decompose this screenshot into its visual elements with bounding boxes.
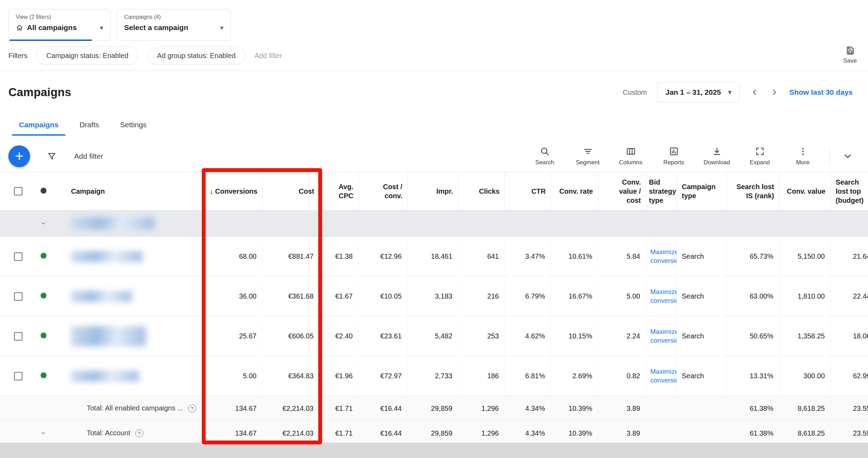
cell-campaign-type: Search xyxy=(677,277,727,316)
column-header-bid-strategy-type[interactable]: Bid strategy type xyxy=(646,172,677,210)
total-cell-impressions: 29,859 xyxy=(407,396,458,421)
toolbar-add-filter-button[interactable]: Add filter xyxy=(74,152,103,160)
filter-chip-campaign-status[interactable]: Campaign status: Enabled xyxy=(36,46,138,65)
column-header-conv-value-per-cost[interactable]: Conv. value / cost xyxy=(598,172,646,210)
row-checkbox[interactable] xyxy=(14,372,22,380)
save-button[interactable]: Save xyxy=(843,45,857,64)
column-header-cost[interactable]: Cost xyxy=(262,172,319,210)
cell-bid-strategy: Maximize conversions xyxy=(646,277,677,316)
tab-drafts[interactable]: Drafts xyxy=(69,115,109,135)
cell-cost-per-conv: €23.61 xyxy=(358,316,407,356)
enabled-status-icon[interactable] xyxy=(41,253,47,259)
cell-cost-per-conv: €72.97 xyxy=(358,356,407,396)
campaign-group-row xyxy=(0,210,868,237)
segment-button[interactable]: Segment xyxy=(566,146,609,166)
active-view-indicator xyxy=(9,40,92,41)
chevron-down-icon: ▾ xyxy=(728,88,732,96)
filter-chip-ad-group-status[interactable]: Ad group status: Enabled xyxy=(147,46,246,65)
empty-cell xyxy=(646,210,677,237)
empty-cell xyxy=(407,210,458,237)
column-header-conversions[interactable]: ↓ Conversions xyxy=(205,172,262,210)
campaign-row: 5.00€364.83€1.96€72.972,7331866.81%2.69%… xyxy=(0,356,868,396)
campaign-name-cell[interactable] xyxy=(52,277,205,316)
bid-strategy-link[interactable]: Maximize conversions xyxy=(650,367,677,385)
enabled-status-icon[interactable] xyxy=(41,372,47,378)
total-cell-search-lost-is-rank: 61.38% xyxy=(727,396,779,421)
row-checkbox[interactable] xyxy=(14,332,22,341)
cell-cost: €364.83 xyxy=(262,356,319,396)
view-selector[interactable]: View (2 filters) All campaigns ▾ xyxy=(8,9,111,41)
chevron-down-icon[interactable] xyxy=(41,428,46,438)
collapse-toolbar-chevron[interactable] xyxy=(834,151,861,162)
column-header-campaign[interactable]: Campaign xyxy=(52,172,205,210)
total-cell-cost: €2,214.03 xyxy=(262,396,319,421)
chevron-down-icon[interactable] xyxy=(41,218,46,229)
total-cell-avg-cpc: €1.71 xyxy=(319,421,358,443)
cell-conv-value: 1,358.25 xyxy=(779,316,831,356)
total-cell-ctr: 4.34% xyxy=(505,421,551,443)
column-header-impressions[interactable]: Impr. xyxy=(407,172,458,210)
cell-avg-cpc: €2.40 xyxy=(319,316,358,356)
total-cell-clicks: 1,296 xyxy=(458,421,505,443)
toolbar-divider xyxy=(829,148,830,164)
total-cell-bid-strategy xyxy=(646,421,677,443)
next-period-button[interactable] xyxy=(770,88,779,97)
page-title: Campaigns xyxy=(8,86,71,99)
column-header-search-lost-is-rank[interactable]: Search lost IS (rank) xyxy=(727,172,779,210)
bid-strategy-link[interactable]: Maximize conversions xyxy=(650,328,677,345)
status-filter-icon[interactable] xyxy=(41,188,47,194)
download-button[interactable]: Download xyxy=(695,146,738,166)
enabled-status-icon[interactable] xyxy=(41,293,47,299)
column-header-avg-cpc[interactable]: Avg. CPC xyxy=(319,172,358,210)
row-checkbox[interactable] xyxy=(14,292,22,301)
filter-icon[interactable] xyxy=(47,151,57,161)
campaign-selector[interactable]: Campaigns (4) Select a campaign ▾ xyxy=(117,9,231,41)
campaign-name-cell[interactable] xyxy=(52,316,205,356)
date-mode-label: Custom xyxy=(623,88,647,96)
search-button[interactable]: Search xyxy=(523,146,566,166)
total-enabled-row: Total: All enabled campaigns ...?134.67€… xyxy=(0,396,868,421)
help-icon[interactable]: ? xyxy=(188,405,196,413)
tab-campaigns[interactable]: Campaigns xyxy=(8,115,69,135)
date-range-selector[interactable]: Jan 1 – 31, 2025 ▾ xyxy=(657,82,740,102)
bid-strategy-link[interactable]: Maximize conversions xyxy=(650,248,677,265)
previous-period-button[interactable] xyxy=(750,88,759,97)
columns-button[interactable]: Columns xyxy=(609,146,652,166)
campaign-name-cell[interactable] xyxy=(52,237,205,277)
cell-campaign-type: Search xyxy=(677,316,727,356)
column-header-conv-rate[interactable]: Conv. rate xyxy=(551,172,598,210)
empty-cell xyxy=(358,210,407,237)
expand-button[interactable]: Expand xyxy=(738,146,781,166)
total-cell-campaign-type xyxy=(677,421,727,443)
add-campaign-button[interactable]: + xyxy=(8,145,30,167)
total-cell-impressions: 29,859 xyxy=(407,421,458,443)
total-cell-bid-strategy xyxy=(646,396,677,421)
reports-button[interactable]: Reports xyxy=(652,146,695,166)
bid-strategy-link[interactable]: Maximize conversions xyxy=(650,288,677,305)
column-header-ctr[interactable]: CTR xyxy=(505,172,551,210)
empty-cell xyxy=(727,210,779,237)
action-label: Segment xyxy=(576,159,599,166)
column-header-search-lost-top-budget[interactable]: Search lost top (budget) xyxy=(831,172,868,210)
campaign-name-cell[interactable] xyxy=(52,356,205,396)
help-icon[interactable]: ? xyxy=(135,429,143,437)
chevron-down-icon: ▾ xyxy=(208,24,223,32)
total-spacer-cell xyxy=(0,421,31,443)
cell-cost: €361.68 xyxy=(262,277,319,316)
add-filter-button[interactable]: Add filter xyxy=(255,52,282,60)
tab-settings[interactable]: Settings xyxy=(109,115,157,135)
cell-ctr: 3.47% xyxy=(505,237,551,277)
more-button[interactable]: More xyxy=(781,146,824,166)
enabled-status-icon[interactable] xyxy=(41,332,47,338)
row-checkbox[interactable] xyxy=(14,252,22,261)
empty-cell xyxy=(458,210,505,237)
column-header-cost-per-conv[interactable]: Cost / conv. xyxy=(358,172,407,210)
column-header-campaign-type[interactable]: Campaign type xyxy=(677,172,727,210)
show-last-30-days-link[interactable]: Show last 30 days xyxy=(789,88,853,96)
column-header-clicks[interactable]: Clicks xyxy=(458,172,505,210)
cell-search-lost-is-rank: 50.65% xyxy=(727,316,779,356)
select-all-checkbox[interactable] xyxy=(14,187,22,195)
column-header-conv-value[interactable]: Conv. value xyxy=(779,172,831,210)
campaign-row: 25.67€606.05€2.40€23.615,4822534.62%10.1… xyxy=(0,316,868,356)
cell-impressions: 3,183 xyxy=(407,277,458,316)
